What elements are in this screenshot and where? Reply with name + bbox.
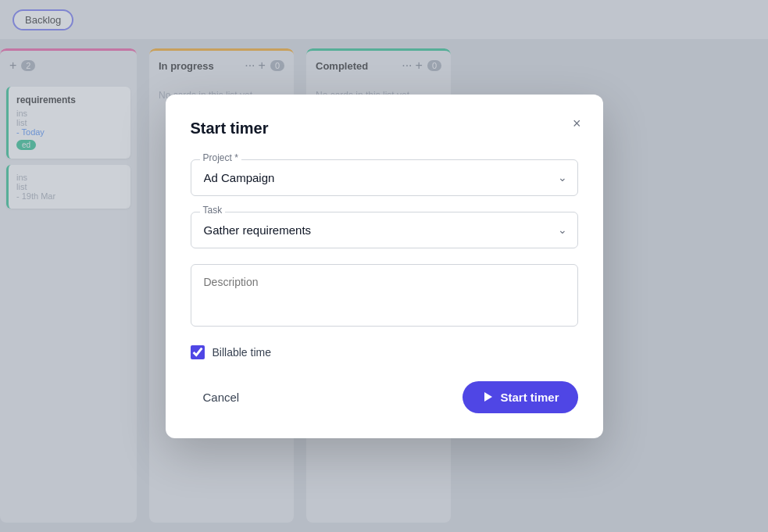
- project-label: Project *: [200, 152, 241, 163]
- play-icon: [481, 391, 494, 403]
- billable-row: Billable time: [191, 345, 578, 359]
- modal-title: Start timer: [191, 120, 578, 137]
- description-textarea[interactable]: [191, 264, 578, 327]
- billable-checkbox[interactable]: [191, 345, 205, 359]
- task-label: Task: [200, 205, 226, 216]
- start-timer-label: Start timer: [500, 391, 559, 404]
- project-field-group: Project * Ad Campaign ⌄: [191, 159, 578, 196]
- start-timer-button[interactable]: Start timer: [463, 381, 577, 413]
- start-timer-modal: Start timer × Project * Ad Campaign ⌄ Ta…: [166, 95, 603, 438]
- task-select[interactable]: Gather requirements: [191, 212, 578, 248]
- project-select[interactable]: Ad Campaign: [191, 159, 578, 196]
- description-field-group: [191, 264, 578, 330]
- modal-overlay: Start timer × Project * Ad Campaign ⌄ Ta…: [0, 0, 768, 532]
- modal-close-button[interactable]: ×: [573, 116, 581, 130]
- svg-marker-0: [484, 392, 492, 402]
- cancel-button[interactable]: Cancel: [191, 383, 252, 412]
- billable-label: Billable time: [213, 346, 271, 359]
- modal-footer: Cancel Start timer: [191, 381, 578, 413]
- task-field-group: Task Gather requirements ⌄: [191, 212, 578, 248]
